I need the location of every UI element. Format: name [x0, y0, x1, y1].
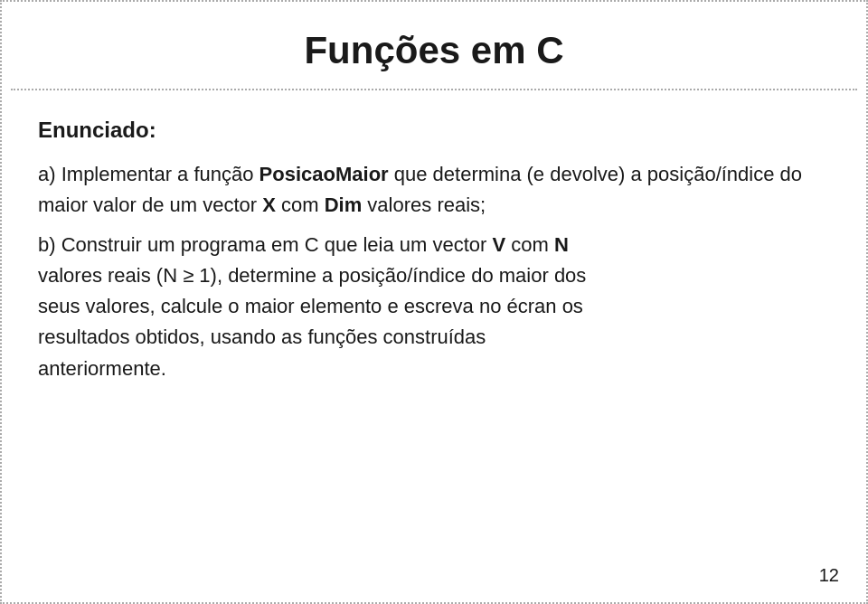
part-b: b) Construir um programa em C que leia u… [38, 230, 830, 383]
part-b-mid: com [505, 233, 554, 256]
part-a-mid2: com [276, 193, 325, 216]
part-a-intro: Implementar a função [61, 163, 259, 185]
slide-title: Funções em C [304, 29, 563, 71]
part-b-line5: anteriormente. [38, 357, 166, 380]
part-b-bold1: V [493, 233, 506, 256]
part-b-line3: seus valores, calcule o maior elemento e… [38, 295, 583, 317]
part-a-bold1: PosicaoMaior [259, 163, 389, 185]
part-a: a) Implementar a função PosicaoMaior que… [38, 159, 830, 221]
content-area: Enunciado: a) Implementar a função Posic… [2, 90, 866, 411]
part-b-line4: resultados obtidos, usando as funções co… [38, 326, 486, 348]
part-b-intro: Construir um programa em C que leia um v… [61, 233, 493, 256]
part-a-end: valores reais; [362, 193, 486, 216]
part-a-bold2: X [262, 193, 276, 216]
page-number: 12 [819, 565, 839, 586]
part-b-line2: valores reais (N ≥ 1), determine a posiç… [38, 264, 586, 287]
part-a-bold3: Dim [325, 193, 363, 216]
part-b-bold2: N [554, 233, 569, 256]
title-area: Funções em C [11, 2, 857, 90]
content-block: a) Implementar a função PosicaoMaior que… [38, 159, 830, 384]
part-a-label: a) [38, 163, 56, 185]
section-header: Enunciado: [38, 118, 830, 143]
part-b-label: b) [38, 233, 56, 256]
slide: Funções em C Enunciado: a) Implementar a… [0, 0, 868, 604]
